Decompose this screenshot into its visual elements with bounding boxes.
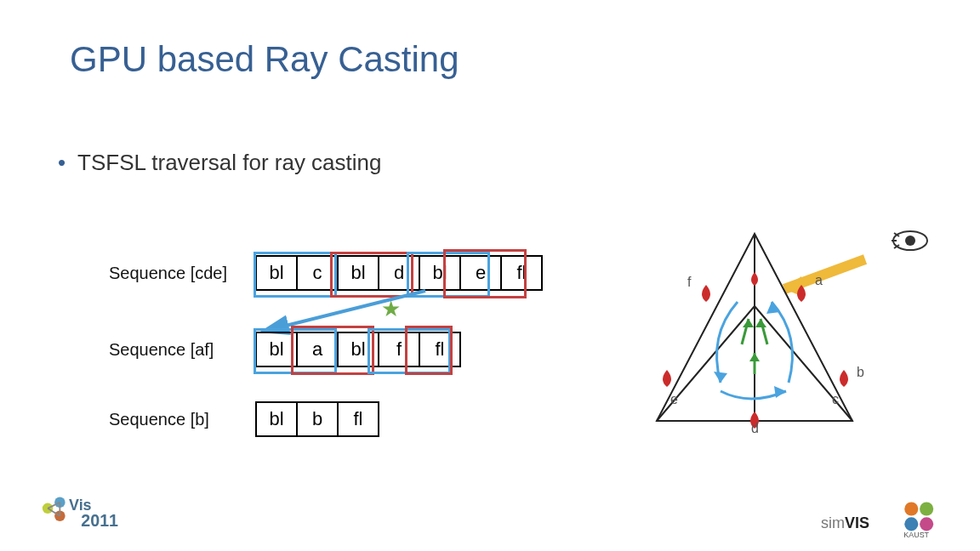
diagram-label-e: e [670,392,678,406]
diagram-label-c: c [832,392,839,406]
svg-text:KAUST: KAUST [903,531,929,539]
svg-marker-8 [774,386,786,398]
seq-af-cell-1: a [296,332,339,367]
svg-point-17 [905,236,915,246]
diagram-label-a: a [815,273,823,287]
bullet-dot: • [58,150,66,175]
seq-b-label: Sequence [b] [109,410,209,429]
diagram-label-b: b [857,365,864,379]
page-title: GPU based Ray Casting [70,39,459,80]
bullet-line: •TSFSL traversal for ray casting [58,150,381,176]
simvis-logo: simVIS [821,514,869,532]
svg-marker-15 [749,353,760,361]
svg-point-30 [920,502,933,515]
seq-b-cell-2: fl [337,401,379,437]
seq-cde-label: Sequence [cde] [109,264,227,283]
svg-point-29 [904,502,918,515]
svg-point-31 [904,517,918,531]
seq-b-cell-1: b [296,401,339,437]
diagram-label-f: f [687,275,692,289]
seq-af-cell-2: bl [337,332,379,367]
seq-af-cells: bl a bl f fl [255,332,461,367]
svg-point-32 [920,517,933,531]
kaust-logo: KAUST [895,498,946,541]
seq-af-cell-4: fl [419,332,461,367]
seq-af-label: Sequence [af] [109,340,214,360]
svg-line-0 [262,291,425,332]
seq-af-cell-3: f [378,332,420,367]
traversal-arrow [255,255,527,340]
vis2011-logo: Vis 2011 [34,493,162,536]
svg-marker-7 [714,372,727,383]
svg-text:2011: 2011 [81,511,118,530]
eye-icon [892,230,929,252]
svg-marker-13 [755,319,766,327]
seq-b-cell-0: bl [255,401,298,437]
seq-af-cell-0: bl [255,332,298,367]
svg-marker-11 [743,319,754,327]
seq-b-cells: bl b fl [255,401,379,437]
bullet-text: TSFSL traversal for ray casting [77,150,381,175]
tetra-diagram: a b c d e f [640,225,869,429]
diagram-label-d: d [751,421,759,435]
